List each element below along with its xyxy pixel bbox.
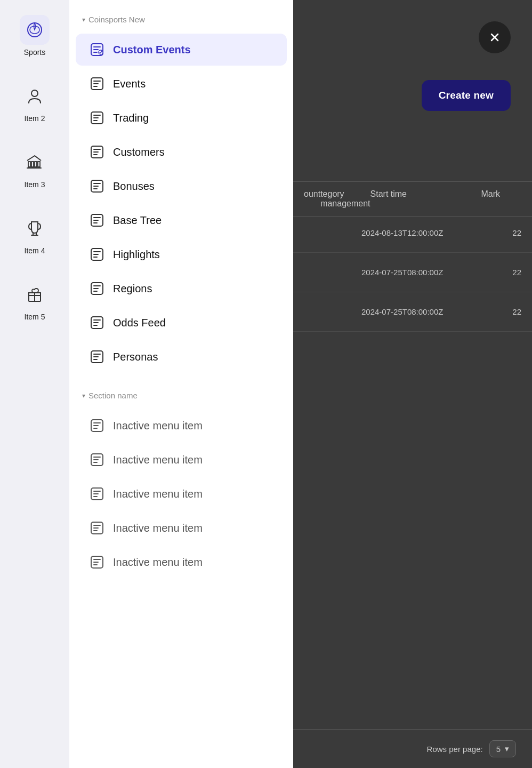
nav-section2-title: Section name (88, 391, 138, 400)
sidebar-item-item2-label: Item 2 (25, 114, 45, 123)
sports-icon-wrap (20, 15, 50, 45)
nav-item-customers[interactable]: Customers (76, 136, 287, 168)
nav-item-highlights-label: Highlights (113, 249, 160, 261)
sidebar-item-item3[interactable]: Item 3 (0, 143, 69, 193)
rows-per-page-select[interactable]: 5 ▾ (489, 740, 516, 757)
nav-item-events-label: Events (113, 78, 146, 90)
nav-item-inactive-3-label: Inactive menu item (113, 488, 203, 500)
nav-item-inactive-2-label: Inactive menu item (113, 454, 203, 466)
item3-icon-wrap (20, 147, 50, 177)
nav-item-base-tree-label: Base Tree (113, 214, 162, 227)
sidebar-item-item5-label: Item 5 (25, 313, 45, 321)
chevron-down-icon-pagination: ▾ (505, 744, 509, 754)
item5-icon-wrap (20, 279, 50, 309)
col-header-start-time: Start time (370, 189, 481, 209)
nav-item-inactive-4[interactable]: Inactive menu item (76, 512, 287, 544)
nav-item-inactive-4-label: Inactive menu item (113, 522, 203, 534)
table-rows: 2024-08-13T12:00:00Z 22 2024-07-25T08:00… (293, 213, 532, 332)
nav-menu: ▾ Coinsports New Custom Events Events (69, 0, 293, 768)
inactive-2-icon (88, 451, 106, 468)
row1-mark: 22 (479, 228, 521, 237)
nav-item-inactive-5-label: Inactive menu item (113, 556, 203, 569)
svg-rect-2 (28, 162, 30, 167)
nav-item-bonuses[interactable]: Bonuses (76, 170, 287, 202)
nav-item-custom-events-label: Custom Events (113, 44, 191, 56)
sidebar-item-sports[interactable]: Sports (0, 11, 69, 61)
row2-start-time: 2024-07-25T08:00:00Z (361, 268, 479, 277)
nav-item-customers-label: Customers (113, 146, 165, 158)
close-button[interactable] (479, 21, 511, 53)
inactive-3-icon (88, 485, 106, 502)
nav-item-inactive-3[interactable]: Inactive menu item (76, 478, 287, 510)
table-row[interactable]: 2024-08-13T12:00:00Z 22 (293, 213, 532, 253)
trophy-icon (26, 219, 44, 237)
person-icon (26, 87, 44, 105)
regions-icon (88, 280, 106, 297)
nav-item-inactive-5[interactable]: Inactive menu item (76, 546, 287, 578)
chevron-down-icon: ▾ (82, 16, 85, 23)
nav-item-trading-label: Trading (113, 112, 149, 124)
item2-icon-wrap (20, 81, 50, 111)
custom-events-icon (88, 41, 106, 58)
nav-item-personas[interactable]: Personas (76, 341, 287, 373)
nav-item-trading[interactable]: Trading (76, 102, 287, 134)
nav-section1-header[interactable]: ▾ Coinsports New (69, 11, 293, 33)
personas-icon (88, 348, 106, 365)
col-header-category: tegory management (320, 189, 370, 209)
rows-per-page-label: Rows per page: (427, 745, 483, 754)
pagination-bar: Rows per page: 5 ▾ (293, 729, 532, 768)
nav-item-inactive-1[interactable]: Inactive menu item (76, 410, 287, 442)
col-header-count: ount (304, 189, 320, 209)
row3-start-time: 2024-07-25T08:00:00Z (361, 307, 479, 316)
nav-item-regions-label: Regions (113, 283, 152, 295)
nav-item-odds-feed-label: Odds Feed (113, 317, 166, 329)
create-new-button[interactable]: Create new (422, 80, 511, 111)
sidebar-item-item2[interactable]: Item 2 (0, 77, 69, 127)
svg-rect-4 (35, 162, 37, 167)
nav-item-personas-label: Personas (113, 351, 158, 363)
svg-rect-5 (38, 162, 40, 167)
nav-item-highlights[interactable]: Highlights (76, 238, 287, 270)
col-header-mark: Mark (481, 189, 521, 209)
inactive-1-icon (88, 417, 106, 434)
highlights-icon (88, 246, 106, 263)
inactive-5-icon (88, 554, 106, 571)
chevron-down-icon-2: ▾ (82, 392, 85, 399)
inactive-4-icon (88, 519, 106, 537)
odds-feed-icon (88, 314, 106, 331)
base-tree-icon (88, 212, 106, 229)
sports-icon (26, 21, 44, 39)
nav-item-inactive-2[interactable]: Inactive menu item (76, 444, 287, 476)
sidebar-item-item4-label: Item 4 (25, 246, 45, 255)
svg-point-1 (31, 90, 38, 97)
sidebar-item-item4[interactable]: Item 4 (0, 209, 69, 259)
nav-item-regions[interactable]: Regions (76, 273, 287, 305)
customers-icon (88, 143, 106, 161)
trading-icon (88, 109, 106, 126)
nav-section1-title: Coinsports New (88, 15, 145, 24)
row3-mark: 22 (479, 307, 521, 316)
nav-item-events[interactable]: Events (76, 68, 287, 100)
table-row[interactable]: 2024-07-25T08:00:00Z 22 (293, 292, 532, 332)
rows-per-page-value: 5 (496, 745, 501, 754)
nav-item-custom-events[interactable]: Custom Events (76, 34, 287, 66)
nav-item-base-tree[interactable]: Base Tree (76, 204, 287, 236)
icon-sidebar: Sports Item 2 Item 3 (0, 0, 69, 768)
gift-icon (26, 285, 44, 303)
events-icon (88, 75, 106, 92)
nav-item-odds-feed[interactable]: Odds Feed (76, 307, 287, 339)
close-icon (488, 31, 501, 44)
bonuses-icon (88, 178, 106, 195)
table-row[interactable]: 2024-07-25T08:00:00Z 22 (293, 253, 532, 292)
sidebar-item-sports-label: Sports (24, 48, 45, 57)
table-header: ount tegory management Start time Mark (293, 181, 532, 217)
row1-start-time: 2024-08-13T12:00:00Z (361, 228, 479, 237)
sidebar-item-item5[interactable]: Item 5 (0, 275, 69, 325)
sidebar-item-item3-label: Item 3 (25, 180, 45, 189)
bank-icon (26, 153, 44, 171)
nav-section2-header[interactable]: ▾ Section name (69, 387, 293, 409)
nav-item-inactive-1-label: Inactive menu item (113, 420, 203, 432)
row2-mark: 22 (479, 268, 521, 277)
svg-rect-3 (31, 162, 34, 167)
item4-icon-wrap (20, 213, 50, 243)
